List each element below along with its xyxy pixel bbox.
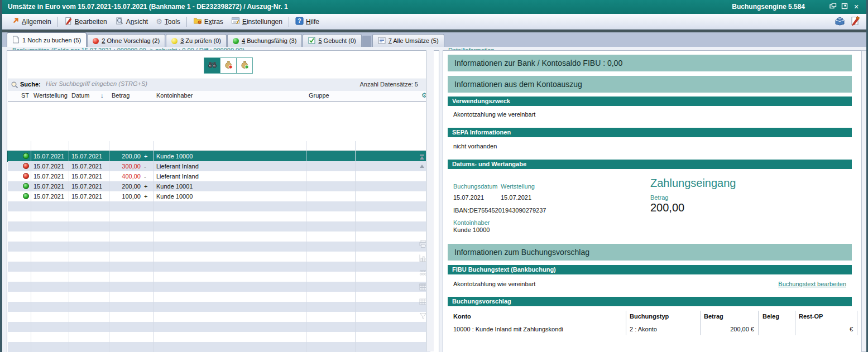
cell-wertstellung: 15.07.2021 xyxy=(33,171,68,181)
search-transactions-button[interactable] xyxy=(204,58,220,73)
gears-icon: ⚙ xyxy=(156,18,162,25)
search-icon xyxy=(11,81,18,90)
datum-wert-header: Datums- und Wertangabe xyxy=(448,160,852,169)
folder-icon xyxy=(193,17,202,26)
tab-alle-umsaetze[interactable]: 7 Alle Umsätze (5) xyxy=(372,34,444,47)
vorschlag-buchungstyp-value[interactable]: 2 : Akonto xyxy=(630,326,657,332)
vorschlag-restop-value[interactable]: € xyxy=(795,326,853,332)
column-header-gruppe[interactable]: Gruppe xyxy=(309,92,329,99)
tab-ohne-vorschlag[interactable]: 2 Ohne Vorschlag (2) xyxy=(87,34,165,47)
archive-box-icon[interactable] xyxy=(835,16,845,28)
toolbar-right xyxy=(835,16,860,28)
vorschlag-konto-value[interactable]: 10000 : Kunde Inland mit Zahlungskondi xyxy=(453,326,563,332)
tab-gap xyxy=(362,36,371,47)
tab-gebucht[interactable]: 5 Gebucht (0) xyxy=(303,34,361,47)
moneybag-red-icon xyxy=(224,60,233,71)
document-hammer-icon[interactable] xyxy=(850,16,860,28)
edit-document-icon xyxy=(64,17,73,27)
column-header-buchungstyp: Buchungstyp xyxy=(630,313,669,320)
grid-vertical-scrollbar[interactable] xyxy=(426,50,434,351)
cell-datum: 15.07.2021 xyxy=(71,191,107,201)
vorschlag-info-header[interactable]: Informationen zum Buchungsvorschlag xyxy=(448,244,852,261)
cell-sign: + xyxy=(144,191,151,201)
cell-wertstellung: 15.07.2021 xyxy=(33,191,68,201)
grid-toolbar xyxy=(204,57,253,74)
column-header-st[interactable]: ST xyxy=(21,92,29,99)
column-header-beleg: Beleg xyxy=(763,313,779,320)
vorschlag-betrag-value[interactable]: 200,00 € xyxy=(700,326,754,332)
cell-kontoinhaber: Kunde 10000 xyxy=(156,151,305,161)
table-row[interactable]: 15.07.2021 15.07.2021 200,00 + Kunde 100… xyxy=(8,181,430,191)
cell-betrag: 100,00 xyxy=(109,191,141,201)
help-icon: ? xyxy=(295,17,304,27)
popout-window-icon[interactable] xyxy=(828,3,837,11)
cell-wertstellung: 15.07.2021 xyxy=(33,181,68,191)
page-icon xyxy=(12,36,20,45)
detail-vertical-scrollbar[interactable] xyxy=(861,50,868,352)
search-row: Suche: Anzahl Datensätze: 5 xyxy=(8,79,430,91)
wertstellung-label: Wertstellung xyxy=(501,183,535,190)
table-row[interactable]: 15.07.2021 15.07.2021 200,00 + Kunde 100… xyxy=(8,151,430,161)
status-icon xyxy=(23,183,29,189)
kontoinhaber-value: Kunde 10000 xyxy=(453,226,490,233)
record-count-label: Anzahl Datensätze: 5 xyxy=(359,81,418,88)
column-header-kontoinhaber[interactable]: Kontoinhaber xyxy=(156,92,193,99)
cell-gruppe xyxy=(309,171,353,181)
status-icon xyxy=(23,193,29,199)
arrow-up-right-icon xyxy=(12,17,20,26)
search-input[interactable] xyxy=(45,80,281,88)
menu-separator xyxy=(57,17,58,27)
betrag-value: 200,00 xyxy=(650,201,684,214)
column-header-datum[interactable]: Datum xyxy=(71,92,89,99)
cell-sign: - xyxy=(144,171,151,181)
cell-kontoinhaber: Lieferant Inland xyxy=(156,171,305,181)
bank-info-header[interactable]: Informationen zur Bank / Kontosaldo FIBU… xyxy=(448,55,852,71)
tab-buchungsfaehig[interactable]: 4 Buchungsfähig (3) xyxy=(227,34,302,47)
table-row[interactable]: 15.07.2021 15.07.2021 400,00 - Lieferant… xyxy=(8,171,430,181)
column-header-betrag[interactable]: Betrag xyxy=(112,92,130,99)
moneybag-outgoing-button[interactable] xyxy=(220,58,237,73)
fibu-text: Akontotzahlung wie vereinbart xyxy=(453,281,535,287)
tab-zu-pruefen[interactable]: 3 Zu prüfen (0) xyxy=(166,34,227,47)
cell-gruppe xyxy=(309,161,353,171)
cell-gruppe xyxy=(309,181,353,191)
status-icon xyxy=(23,153,29,159)
cell-betrag: 400,00 xyxy=(109,171,141,181)
kontoauszug-header[interactable]: Informationen aus dem Kontoauszug xyxy=(448,76,852,93)
tab-noch-zu-buchen[interactable]: 1 Noch zu buchen (5) xyxy=(7,32,87,47)
menu-ansicht[interactable]: Ansicht xyxy=(111,15,152,28)
table-row[interactable]: 15.07.2021 15.07.2021 100,00 + Kunde 100… xyxy=(8,191,430,201)
verwendungszweck-header: Verwendungszweck xyxy=(448,97,852,106)
cell-sign: - xyxy=(144,161,151,171)
menu-allgemein[interactable]: Allgemein xyxy=(8,15,55,28)
menu-bearbeiten[interactable]: Bearbeiten xyxy=(60,15,111,28)
kontoinhaber-label: Kontoinhaber xyxy=(453,219,490,226)
restore-window-icon[interactable] xyxy=(840,3,849,11)
title-bar: Umsätze in Euro vom 15.07.2021-15.07.202… xyxy=(2,0,866,14)
empty-rows-area xyxy=(8,201,430,352)
menu-extras[interactable]: Extras xyxy=(189,15,227,28)
sepa-header: SEPA Informationen xyxy=(448,128,852,137)
cell-sign: + xyxy=(144,151,151,161)
app-version-label: Buchungsengine 5.584 xyxy=(732,0,805,14)
moneybag-incoming-button[interactable] xyxy=(237,58,252,73)
menu-tools[interactable]: ⚙ Tools xyxy=(152,16,184,27)
cell-gruppe xyxy=(309,191,353,201)
scroll-up-icon[interactable] xyxy=(420,165,424,168)
buchungstext-bearbeiten-link[interactable]: Buchungstext bearbeiten xyxy=(778,281,846,287)
menu-einstellungen[interactable]: Einstellungen xyxy=(227,15,286,28)
column-header-wertstellung[interactable]: Wertstellung xyxy=(33,92,68,99)
buchungsvorschlag-header: Buchungsvorschlag xyxy=(448,297,852,306)
scroll-to-top-icon[interactable] xyxy=(420,155,424,160)
verwendungszweck-text: Akontotzahlung wie vereinbart xyxy=(453,111,535,118)
detail-panel: Informationen zur Bank / Kontosaldo FIBU… xyxy=(443,50,862,352)
table-row[interactable]: 15.07.2021 15.07.2021 300,00 - Lieferant… xyxy=(8,161,430,171)
sort-descending-icon: ↓ xyxy=(100,92,104,99)
close-icon[interactable]: ✕ xyxy=(852,3,861,11)
grid-header-row: ST Wertstellung Datum ↓ Betrag Kontoinha… xyxy=(8,91,430,102)
menu-separator xyxy=(289,17,289,27)
cell-kontoinhaber: Kunde 10001 xyxy=(156,181,305,191)
buchungsdatum-label: Buchungsdatum xyxy=(453,183,498,190)
magnifier-document-icon xyxy=(115,17,124,27)
menu-hilfe[interactable]: ? Hilfe xyxy=(291,15,323,28)
